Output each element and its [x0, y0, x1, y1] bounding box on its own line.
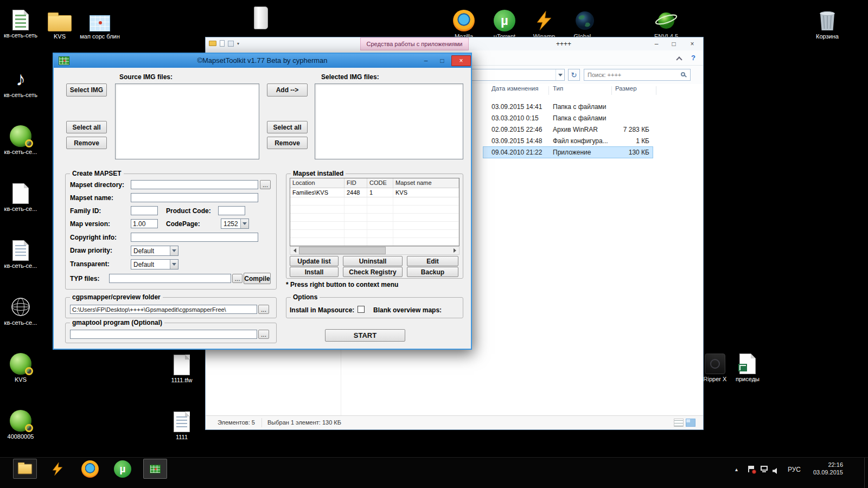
- install-in-mapsource-checkbox[interactable]: [358, 306, 365, 313]
- desktop-icon-ripper-x[interactable]: Ripper X: [700, 349, 730, 383]
- desktop-icon-utorrent[interactable]: µ uTorrent: [484, 7, 525, 40]
- desktop-icon-kv-set-2[interactable]: ♪ кв-сеть-сеть: [0, 65, 41, 99]
- desktop-icon-kvs-gps[interactable]: KVS: [0, 350, 41, 383]
- gmaptool-path-field[interactable]: [70, 330, 257, 339]
- desktop-icon-kv-set-4[interactable]: кв-сеть-се...: [0, 179, 41, 213]
- show-desktop-button[interactable]: [864, 458, 868, 488]
- network-icon[interactable]: [761, 466, 768, 472]
- map-version-field[interactable]: 1.00: [131, 219, 158, 228]
- start-button[interactable]: START: [325, 329, 405, 342]
- horizontal-scrollbar[interactable]: [290, 246, 459, 255]
- add-button[interactable]: Add -->: [267, 84, 308, 97]
- selected-img-listbox[interactable]: [315, 84, 463, 159]
- clock[interactable]: 22:16 03.09.2015: [808, 461, 843, 476]
- search-input[interactable]: Поиск: ++++: [584, 69, 691, 81]
- properties-icon[interactable]: [228, 41, 234, 47]
- column-separator[interactable]: [548, 86, 549, 95]
- desktop-icon-kvs-folder[interactable]: KVS: [39, 7, 80, 40]
- file-row[interactable]: 02.09.2015 22:46 Архив WinRAR 7 283 КБ: [483, 124, 653, 135]
- close-button[interactable]: ×: [685, 37, 700, 50]
- collapse-ribbon-icon[interactable]: [676, 56, 682, 62]
- tray-expand-icon[interactable]: ▴: [735, 466, 738, 472]
- desktop-icon-kv-set-3[interactable]: кв-сеть-се...: [0, 122, 41, 156]
- col-fid[interactable]: FID: [344, 178, 367, 188]
- install-button[interactable]: Install: [290, 267, 339, 277]
- file-row[interactable]: 03.03.2010 0:15 Папка с файлами: [483, 113, 653, 124]
- select-all-source-button[interactable]: Select all: [66, 121, 107, 133]
- refresh-button[interactable]: ↻: [568, 69, 580, 81]
- select-all-selected-button[interactable]: Select all: [267, 121, 308, 133]
- language-indicator[interactable]: РУС: [788, 466, 801, 473]
- quick-access-toolbar[interactable]: ▾: [209, 40, 239, 47]
- new-folder-icon[interactable]: [220, 40, 225, 47]
- family-id-field[interactable]: [131, 206, 158, 215]
- desktop-icon-kv-set-1[interactable]: кв-сеть-сеть: [0, 5, 41, 39]
- desktop-icon-40080005[interactable]: 40080005: [0, 407, 41, 440]
- chevron-down-icon[interactable]: ▾: [237, 41, 239, 46]
- mapset-directory-field[interactable]: [131, 180, 258, 189]
- browse-typ-button[interactable]: ...: [232, 274, 242, 283]
- explorer-title-bar[interactable]: ▾ Средства работы с приложениями ++++ – …: [206, 37, 703, 50]
- browse-directory-button[interactable]: ...: [260, 180, 271, 189]
- col-location[interactable]: Location: [290, 178, 344, 188]
- chevron-down-icon[interactable]: [240, 219, 248, 228]
- desktop-icon-kv-set-6[interactable]: кв-сеть-се...: [0, 293, 41, 326]
- app-tools-ribbon-tab[interactable]: Средства работы с приложениями: [360, 37, 469, 50]
- desktop-icon-1111[interactable]: 1111: [161, 407, 202, 441]
- browse-cgpsmapper-button[interactable]: ...: [258, 305, 269, 314]
- address-dropdown-button[interactable]: [556, 69, 564, 80]
- volume-icon[interactable]: [773, 466, 780, 476]
- taskbar-firefox-button[interactable]: [78, 459, 102, 479]
- scrollbar-thumb[interactable]: [299, 247, 386, 254]
- desktop-icon-winamp[interactable]: Winamp: [524, 7, 565, 40]
- taskbar-explorer-button[interactable]: [13, 459, 37, 479]
- mapset-name-field[interactable]: [131, 193, 258, 202]
- maximize-button[interactable]: □: [435, 55, 450, 66]
- col-code[interactable]: CODE: [367, 178, 393, 188]
- close-button[interactable]: ×: [451, 55, 471, 66]
- thumbnails-view-icon[interactable]: [686, 419, 695, 427]
- minimize-button[interactable]: –: [649, 37, 664, 50]
- column-separator[interactable]: [656, 86, 656, 95]
- taskbar-mapset-button[interactable]: [143, 459, 167, 479]
- codepage-combobox[interactable]: 1252: [221, 219, 249, 229]
- table-row[interactable]: Families\KVS 2448 1 KVS: [290, 188, 459, 197]
- desktop-icon-envi[interactable]: ENVI 4.5: [646, 7, 687, 40]
- installed-mapsets-table[interactable]: Location FID CODE Mapset name Families\K…: [290, 178, 459, 246]
- mapset-title-bar[interactable]: ©MapsetToolkit v1.77 Beta by cypherman –…: [54, 54, 471, 68]
- copyright-field[interactable]: [131, 233, 258, 242]
- desktop-icon-1111-tfw[interactable]: 1111.tfw: [161, 350, 202, 384]
- source-img-listbox[interactable]: [115, 84, 259, 159]
- minimize-button[interactable]: –: [418, 55, 433, 66]
- browse-gmaptool-button[interactable]: ...: [258, 330, 269, 339]
- action-center-flag-icon[interactable]: [748, 466, 755, 472]
- help-icon[interactable]: ?: [691, 54, 695, 62]
- cgpsmapper-path-field[interactable]: C:\Users\FP\Desktop\++++\Gpsmapedit\cgps…: [70, 305, 257, 314]
- remove-selected-button[interactable]: Remove: [267, 137, 308, 149]
- select-img-button[interactable]: Select IMG: [66, 84, 107, 97]
- desktop-icon-kv-set-5[interactable]: кв-сеть-се...: [0, 236, 41, 269]
- desktop-icon-recycle-bin[interactable]: Корзина: [807, 7, 848, 40]
- chevron-down-icon[interactable]: [170, 260, 178, 269]
- product-code-field[interactable]: [218, 206, 245, 215]
- draw-priority-combobox[interactable]: Default: [131, 246, 178, 256]
- column-separator[interactable]: [611, 86, 612, 95]
- edit-button[interactable]: Edit: [407, 256, 458, 266]
- col-mapset-name[interactable]: Mapset name: [393, 178, 459, 188]
- remove-source-button[interactable]: Remove: [66, 137, 107, 149]
- backup-button[interactable]: Backup: [407, 267, 458, 277]
- column-header-type[interactable]: Тип: [553, 85, 563, 92]
- transparent-combobox[interactable]: Default: [131, 259, 178, 269]
- update-list-button[interactable]: Update list: [290, 256, 339, 266]
- desktop-icon-global[interactable]: Global...: [564, 7, 605, 40]
- desktop-icon-prisedy[interactable]: приседы: [727, 349, 768, 383]
- column-header-date[interactable]: Дата изменения: [492, 85, 538, 92]
- check-registry-button[interactable]: Check Registry: [343, 267, 403, 277]
- taskbar-winamp-button[interactable]: [46, 459, 69, 479]
- scroll-left-icon[interactable]: [290, 247, 299, 254]
- column-header-size[interactable]: Размер: [615, 85, 637, 92]
- details-view-icon[interactable]: [674, 419, 684, 427]
- scroll-right-icon[interactable]: [450, 247, 459, 254]
- file-row[interactable]: 03.09.2015 14:41 Папка с файлами: [483, 101, 653, 112]
- file-row[interactable]: 03.09.2015 14:48 Файл конфигура... 1 КБ: [483, 136, 653, 146]
